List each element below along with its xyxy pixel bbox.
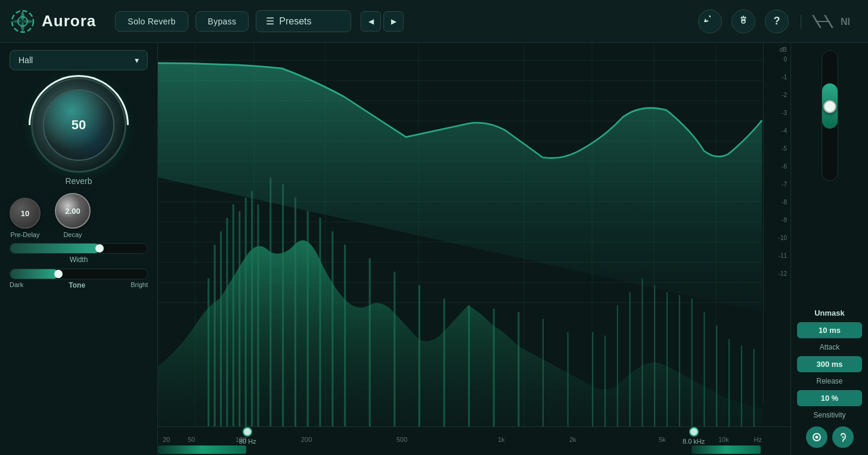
freq-2k: 2k: [569, 436, 576, 443]
low-freq-range-bar: [158, 445, 246, 454]
gear-icon: [737, 15, 749, 27]
svg-rect-29: [214, 245, 216, 426]
center-panel: dB 0 -1 -2 -3 -4 -5 -6 -7 -8 -9 -10 -11 …: [158, 43, 790, 455]
room-type-select[interactable]: Hall ▾: [10, 50, 148, 70]
undo-icon: [704, 15, 716, 27]
unmask-section-label: Unmask: [814, 308, 845, 317]
svg-rect-43: [344, 245, 346, 426]
svg-rect-45: [393, 272, 395, 426]
svg-rect-52: [568, 332, 569, 426]
release-label: Release: [816, 377, 842, 385]
tone-slider-thumb[interactable]: [54, 270, 63, 278]
width-slider-thumb[interactable]: [95, 244, 104, 253]
svg-rect-64: [728, 339, 730, 426]
ear-button[interactable]: [832, 426, 854, 448]
ni-microphone-icon: [811, 14, 835, 29]
tone-area: Dark Tone Bright: [10, 269, 148, 289]
decay-value: 2.00: [65, 207, 80, 216]
undo-button[interactable]: [698, 10, 722, 33]
db-minus9: -9: [782, 217, 787, 223]
app-title: Aurora: [42, 12, 96, 30]
high-freq-marker[interactable]: 8.0 kHz: [683, 427, 705, 445]
freq-20: 20: [163, 436, 170, 443]
low-freq-label: 80 Hz: [239, 438, 256, 445]
db-minus4: -4: [782, 127, 787, 134]
high-freq-label: 8.0 kHz: [683, 438, 705, 445]
svg-rect-49: [493, 308, 495, 426]
output-fader-thumb[interactable]: [823, 100, 836, 113]
solo-reverb-button[interactable]: Solo Reverb: [115, 11, 188, 32]
svg-rect-44: [369, 258, 371, 426]
main-content: Hall ▾ 50 Reverb 10 Pre-Delay: [0, 43, 868, 455]
db-unit-label: dB: [780, 46, 787, 53]
settings-button[interactable]: [731, 10, 755, 33]
db-minus7: -7: [782, 181, 787, 188]
db-minus8: -8: [782, 199, 787, 205]
reverb-knob[interactable]: 50: [31, 77, 126, 173]
high-freq-handle[interactable]: [689, 427, 699, 437]
width-slider-group: Width: [10, 243, 148, 264]
svg-rect-55: [617, 306, 618, 426]
svg-rect-53: [592, 332, 593, 426]
header: Aurora Solo Reverb Bypass ☰ Presets ◀ ▶ …: [0, 0, 868, 43]
record-icon: [812, 432, 822, 442]
width-slider-track[interactable]: [10, 243, 148, 254]
attack-label: Attack: [820, 343, 839, 351]
tone-bright-label: Bright: [131, 281, 148, 289]
low-freq-marker[interactable]: 80 Hz: [239, 427, 256, 445]
svg-rect-28: [207, 278, 209, 426]
bypass-button[interactable]: Bypass: [196, 11, 249, 32]
svg-rect-47: [443, 298, 445, 426]
svg-rect-48: [468, 306, 470, 426]
svg-rect-37: [269, 177, 271, 426]
svg-rect-66: [754, 349, 755, 426]
width-slider-fill: [10, 244, 100, 253]
presets-label: Presets: [279, 16, 311, 27]
svg-rect-61: [692, 298, 693, 426]
pre-delay-label: Pre-Delay: [11, 231, 40, 238]
svg-text:NI: NI: [841, 17, 850, 27]
db-0: 0: [783, 56, 787, 63]
db-minus1: -1: [782, 74, 787, 80]
db-minus11: -11: [779, 253, 787, 259]
svg-rect-65: [741, 345, 742, 426]
db-minus6: -6: [782, 163, 787, 170]
svg-rect-60: [679, 295, 680, 426]
low-freq-handle[interactable]: [243, 427, 252, 437]
next-preset-button[interactable]: ▶: [383, 11, 404, 32]
db-minus3: -3: [782, 110, 787, 116]
tone-slider-track[interactable]: [10, 269, 148, 279]
db-minus5: -5: [782, 145, 787, 152]
high-freq-range-bar: [692, 445, 761, 454]
release-value-button[interactable]: 300 ms: [797, 356, 862, 372]
output-fader-track[interactable]: [822, 50, 838, 181]
svg-rect-50: [517, 312, 519, 426]
svg-rect-36: [257, 204, 259, 426]
freq-50: 50: [188, 436, 195, 443]
svg-rect-31: [226, 218, 228, 426]
reverb-value: 50: [72, 117, 86, 133]
decay-knob[interactable]: 2.00: [55, 193, 91, 229]
freq-1k: 1k: [498, 436, 505, 443]
svg-rect-46: [418, 285, 420, 426]
freq-500: 500: [396, 436, 407, 443]
presets-dropdown[interactable]: ☰ Presets: [256, 10, 351, 32]
db-minus2: -2: [782, 92, 787, 98]
decay-label: Decay: [63, 231, 82, 238]
svg-rect-51: [542, 319, 544, 426]
help-button[interactable]: ?: [765, 10, 789, 33]
tone-labels: Dark Tone Bright: [10, 281, 148, 289]
attack-value-button[interactable]: 10 ms: [797, 322, 862, 338]
room-type-label: Hall: [18, 55, 33, 65]
record-button[interactable]: [806, 426, 827, 448]
knob-inner: 50: [43, 89, 114, 161]
right-panel: Unmask 10 ms Attack 300 ms Release 10 % …: [790, 43, 868, 455]
svg-rect-59: [666, 292, 668, 426]
sensitivity-value-button[interactable]: 10 %: [797, 390, 862, 406]
pre-delay-knob[interactable]: 10: [10, 198, 41, 229]
prev-preset-button[interactable]: ◀: [361, 11, 381, 32]
svg-rect-41: [319, 218, 321, 426]
visualization-area: dB 0 -1 -2 -3 -4 -5 -6 -7 -8 -9 -10 -11 …: [158, 43, 790, 426]
ni-branding: NI: [801, 14, 858, 29]
svg-point-68: [815, 436, 818, 439]
